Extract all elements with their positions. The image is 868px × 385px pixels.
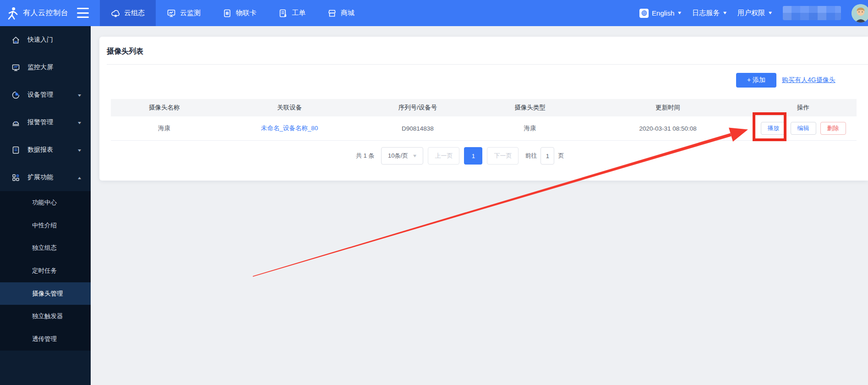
topbar-right: English ▼ 日志服务 ▼ 用户权限 ▼ <box>639 0 868 26</box>
submenu-label: 摄像头管理 <box>32 290 63 298</box>
table-header-row: 摄像头名称 关联设备 序列号/设备号 摄像头类型 更新时间 操作 <box>111 99 857 116</box>
sidebar-item-label: 设备管理 <box>27 91 53 99</box>
chevron-down-icon: ▾ <box>78 93 81 98</box>
col-header-update-time: 更新时间 <box>586 99 750 116</box>
sidebar-item-scheduled-tasks[interactable]: 定时任务 <box>0 259 91 282</box>
topbar: 有人云控制台 云组态 云监测 <box>0 0 868 26</box>
chevron-down-icon: ▼ <box>768 11 773 15</box>
submenu-label: 独立组态 <box>32 244 57 252</box>
sidebar-item-function-center[interactable]: 功能中心 <box>0 191 91 214</box>
sidebar-item-quick-start[interactable]: 快速入门 <box>0 26 91 54</box>
delete-button[interactable]: 删除 <box>820 122 846 135</box>
cloud-icon <box>111 9 120 18</box>
add-camera-button[interactable]: + 添加 <box>736 73 776 88</box>
submenu-label: 定时任务 <box>32 267 57 275</box>
submenu-label: 透传管理 <box>32 335 57 343</box>
page-size-select[interactable]: 10条/页 ▼ <box>381 147 423 165</box>
submenu-label: 独立触发器 <box>32 312 63 320</box>
tab-mall[interactable]: 商城 <box>317 0 366 26</box>
language-dropdown[interactable]: English ▼ <box>639 9 682 18</box>
divider <box>107 64 868 65</box>
play-button[interactable]: 播放 <box>761 122 786 135</box>
camera-list-card: 摄像头列表 + 添加 购买有人4G摄像头 摄像头名称 关联设备 序列号/设备号 … <box>99 37 868 181</box>
camera-table: 摄像头名称 关联设备 序列号/设备号 摄像头类型 更新时间 操作 海康 未命名_… <box>111 99 857 141</box>
sidebar-item-label: 扩展功能 <box>27 173 53 182</box>
goto-suffix-label: 页 <box>558 152 564 160</box>
sidebar-item-label: 数据报表 <box>27 146 53 154</box>
col-header-camera-type: 摄像头类型 <box>474 99 586 116</box>
globe-icon <box>639 9 649 18</box>
sim-card-icon <box>223 9 232 18</box>
col-header-linked-device: 关联设备 <box>218 99 361 116</box>
app-root: 有人云控制台 云组态 云监测 <box>0 0 868 385</box>
tab-label: 云组态 <box>124 9 145 17</box>
sidebar-item-extended-functions[interactable]: 扩展功能 ▴ <box>0 164 91 191</box>
prev-page-button[interactable]: 上一页 <box>428 147 459 165</box>
submenu-label: 功能中心 <box>32 198 57 207</box>
chevron-down-icon: ▾ <box>78 120 81 125</box>
store-icon <box>328 9 337 18</box>
tab-cloud-monitor[interactable]: 云监测 <box>156 0 212 26</box>
sidebar-item-passthrough-management[interactable]: 透传管理 <box>0 328 91 351</box>
cell-serial: D90814838 <box>361 116 474 140</box>
table-row: 海康 未命名_设备名称_80 D90814838 海康 2020-03-31 0… <box>111 116 857 141</box>
sidebar-item-data-report[interactable]: 数据报表 ▾ <box>0 136 91 164</box>
sidebar-item-camera-management[interactable]: 摄像头管理 <box>0 282 91 305</box>
device-link[interactable]: 未命名_设备名称_80 <box>261 124 318 132</box>
brand: 有人云控制台 <box>5 0 68 26</box>
chevron-up-icon: ▴ <box>78 175 81 180</box>
buy-4g-camera-link[interactable]: 购买有人4G摄像头 <box>782 76 835 84</box>
sidebar-item-independent-trigger[interactable]: 独立触发器 <box>0 305 91 328</box>
goto-prefix-label: 前往 <box>525 152 537 160</box>
goto-page-input[interactable] <box>540 147 554 165</box>
avatar[interactable] <box>852 4 868 22</box>
tab-label: 物联卡 <box>236 9 257 17</box>
work-order-icon <box>278 9 288 18</box>
sidebar: 快速入门 监控大屏 设备管理 ▾ 报警管理 ▾ <box>0 26 91 385</box>
log-service-dropdown[interactable]: 日志服务 ▼ <box>692 9 727 17</box>
chevron-down-icon: ▼ <box>722 11 728 15</box>
sidebar-item-label: 快速入门 <box>27 36 53 44</box>
goto-page-group: 前往 页 <box>525 147 564 165</box>
tab-iot-card[interactable]: 物联卡 <box>212 0 267 26</box>
tab-label: 商城 <box>341 9 355 17</box>
sidebar-item-monitor-screen[interactable]: 监控大屏 <box>0 54 91 81</box>
sidebar-item-device-management[interactable]: 设备管理 ▾ <box>0 81 91 109</box>
col-header-camera-name: 摄像头名称 <box>111 99 218 116</box>
monitor-chart-icon <box>167 9 176 18</box>
tab-cloud-scada[interactable]: 云组态 <box>100 0 156 26</box>
hamburger-menu-icon[interactable] <box>77 8 89 18</box>
usr-person-logo-icon <box>5 6 19 20</box>
report-icon <box>11 146 20 154</box>
pie-device-icon <box>11 91 20 99</box>
sidebar-item-alarm-management[interactable]: 报警管理 ▾ <box>0 109 91 136</box>
next-page-button[interactable]: 下一页 <box>487 147 519 165</box>
username-redacted <box>783 6 841 20</box>
cell-update-time: 2020-03-31 08:50:08 <box>586 116 750 140</box>
user-permission-label: 用户权限 <box>737 9 765 17</box>
grid-apps-icon <box>11 173 20 182</box>
pagination: 共 1 条 10条/页 ▼ 上一页 1 下一页 前往 页 <box>356 147 564 165</box>
tab-work-order[interactable]: 工单 <box>267 0 317 26</box>
edit-button[interactable]: 编辑 <box>791 122 816 135</box>
big-screen-icon <box>11 63 20 72</box>
sidebar-item-neutral-intro[interactable]: 中性介绍 <box>0 214 91 237</box>
page-title: 摄像头列表 <box>107 47 143 56</box>
submenu-label: 中性介绍 <box>32 221 57 230</box>
language-label: English <box>652 9 674 17</box>
chevron-down-icon: ▾ <box>78 148 81 153</box>
page-size-value: 10条/页 <box>388 152 408 160</box>
col-header-serial: 序列号/设备号 <box>361 99 474 116</box>
tab-label: 云监测 <box>180 9 201 17</box>
sidebar-item-independent-scada[interactable]: 独立组态 <box>0 236 91 259</box>
alarm-icon <box>11 118 20 127</box>
sidebar-item-label: 报警管理 <box>27 118 53 126</box>
cell-camera-name: 海康 <box>111 116 218 140</box>
extended-functions-submenu: 功能中心 中性介绍 独立组态 定时任务 摄像头管理 独立触发器 透传管理 <box>0 191 91 351</box>
page-1-button[interactable]: 1 <box>464 147 482 165</box>
user-permission-dropdown[interactable]: 用户权限 ▼ <box>737 9 772 17</box>
total-count-label: 共 1 条 <box>356 152 374 160</box>
top-nav-tabs: 云组态 云监测 物联卡 <box>100 0 366 26</box>
brand-title: 有人云控制台 <box>23 8 68 18</box>
log-service-label: 日志服务 <box>692 9 720 17</box>
